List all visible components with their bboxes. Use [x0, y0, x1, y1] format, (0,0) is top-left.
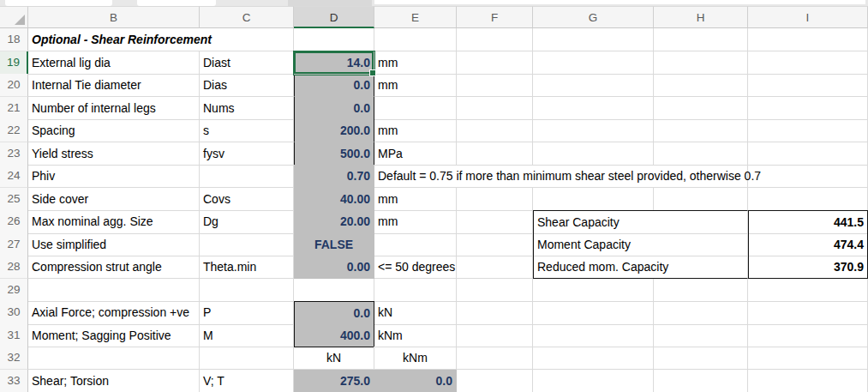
cell-B25[interactable]: Side cover — [28, 188, 200, 211]
cell-H33[interactable] — [654, 370, 748, 392]
cell-E20[interactable]: mm — [374, 74, 457, 97]
cell-B28[interactable]: Compression strut angle — [28, 256, 200, 279]
cell-D21[interactable]: 0.0 — [294, 97, 374, 120]
cell-C25[interactable]: Covs — [200, 188, 294, 211]
row-header-26[interactable]: 26 — [0, 210, 28, 234]
cell-F28[interactable] — [457, 256, 533, 279]
cell-E31[interactable]: kNm — [374, 324, 457, 347]
cell-G26[interactable]: Shear Capacity — [533, 210, 748, 234]
cell-I18[interactable] — [748, 28, 868, 51]
cell-H22[interactable] — [654, 119, 748, 142]
cell-H20[interactable] — [654, 74, 748, 97]
cell-B23[interactable]: Yield stress — [28, 142, 200, 166]
cell-E29[interactable] — [374, 279, 457, 302]
cell-C28[interactable]: Theta.min — [200, 256, 294, 279]
cell-I25[interactable] — [748, 188, 868, 211]
cell-D18[interactable] — [294, 28, 374, 51]
col-header-B[interactable]: B — [28, 6, 200, 28]
cell-F31[interactable] — [457, 324, 533, 347]
cell-H25[interactable] — [654, 188, 748, 211]
row-header-32[interactable]: 32 — [0, 347, 28, 370]
cell-G19[interactable] — [533, 51, 654, 75]
cell-F23[interactable] — [457, 142, 533, 166]
cell-H23[interactable] — [654, 142, 748, 166]
cell-F32[interactable] — [457, 347, 533, 370]
row-header-19[interactable]: 19 — [0, 51, 28, 75]
cell-B20[interactable]: Internal Tie diameter — [28, 74, 200, 97]
cell-H21[interactable] — [654, 97, 748, 120]
col-header-E[interactable]: E — [374, 6, 457, 28]
cell-B19[interactable]: External lig dia — [28, 51, 200, 75]
row-header-24[interactable]: 24 — [0, 165, 28, 188]
cell-I30[interactable] — [748, 301, 868, 325]
cell-E33[interactable]: 0.0 — [374, 370, 457, 392]
cell-D24[interactable]: 0.70 — [294, 165, 374, 188]
cell-C24[interactable] — [200, 165, 294, 188]
cell-D22[interactable]: 200.0 — [294, 119, 374, 142]
cell-E32[interactable]: kNm — [374, 347, 457, 370]
row-header-23[interactable]: 23 — [0, 142, 28, 166]
cell-I31[interactable] — [748, 324, 868, 347]
row-header-30[interactable]: 30 — [0, 301, 28, 325]
cell-F33[interactable] — [457, 370, 533, 392]
cell-G32[interactable] — [533, 347, 654, 370]
cell-F25[interactable] — [457, 188, 533, 211]
cell-B32[interactable] — [28, 347, 200, 370]
cell-I23[interactable] — [748, 142, 868, 166]
col-header-C[interactable]: C — [200, 6, 294, 28]
cell-F26[interactable] — [457, 210, 533, 234]
col-header-F[interactable]: F — [457, 6, 533, 28]
cell-G21[interactable] — [533, 97, 654, 120]
cell-I21[interactable] — [748, 97, 868, 120]
cell-G28[interactable]: Reduced mom. Capacity — [533, 256, 748, 279]
cell-C22[interactable]: s — [200, 119, 294, 142]
cell-F20[interactable] — [457, 74, 533, 97]
row-header-21[interactable]: 21 — [0, 97, 28, 120]
cell-B29[interactable] — [28, 279, 200, 302]
cell-G31[interactable] — [533, 324, 654, 347]
cell-B27[interactable]: Use simplified — [28, 233, 200, 256]
cell-B33[interactable]: Shear; Torsion — [28, 370, 200, 392]
cell-B18[interactable]: Optional - Shear Reinforcement — [28, 28, 294, 51]
cell-B21[interactable]: Number of internal legs — [28, 97, 200, 120]
cell-H32[interactable] — [654, 347, 748, 370]
cell-I27[interactable]: 474.4 — [748, 233, 868, 256]
cell-F22[interactable] — [457, 119, 533, 142]
cell-D20[interactable]: 0.0 — [294, 74, 374, 97]
cell-G27[interactable]: Moment Capacity — [533, 233, 748, 256]
cell-I20[interactable] — [748, 74, 868, 97]
cell-D27[interactable]: FALSE — [294, 233, 374, 256]
cell-G29[interactable] — [533, 279, 654, 302]
cell-E19[interactable]: mm — [374, 51, 457, 75]
col-header-D[interactable]: D — [294, 6, 374, 28]
cell-I22[interactable] — [748, 119, 868, 142]
active-cell-D19[interactable]: 14.0 — [294, 51, 374, 75]
row-header-22[interactable]: 22 — [0, 119, 28, 142]
cell-D23[interactable]: 500.0 — [294, 142, 374, 166]
cell-F19[interactable] — [457, 51, 533, 75]
col-header-I[interactable]: I — [748, 6, 868, 28]
cell-D25[interactable]: 40.00 — [294, 188, 374, 211]
cell-I29[interactable] — [748, 279, 868, 302]
cell-D31[interactable]: 400.0 — [294, 324, 374, 347]
cell-B26[interactable]: Max nominal agg. Size — [28, 210, 200, 234]
row-header-20[interactable]: 20 — [0, 74, 28, 97]
cell-C33[interactable]: V; T — [200, 370, 294, 392]
cell-C29[interactable] — [200, 279, 294, 302]
cell-F18[interactable] — [457, 28, 533, 51]
cell-E28[interactable]: <= 50 degrees — [374, 256, 457, 279]
cell-F21[interactable] — [457, 97, 533, 120]
row-header-33[interactable]: 33 — [0, 370, 28, 392]
cell-C30[interactable]: P — [200, 301, 294, 325]
cell-H30[interactable] — [654, 301, 748, 325]
cell-D33[interactable]: 275.0 — [294, 370, 374, 392]
cell-I32[interactable] — [748, 347, 868, 370]
col-header-G[interactable]: G — [533, 6, 654, 28]
cell-G20[interactable] — [533, 74, 654, 97]
col-header-H[interactable]: H — [654, 6, 748, 28]
cell-I28[interactable]: 370.9 — [748, 256, 868, 279]
cell-C21[interactable]: Nums — [200, 97, 294, 120]
cell-C27[interactable] — [200, 233, 294, 256]
cell-B22[interactable]: Spacing — [28, 119, 200, 142]
cell-F27[interactable] — [457, 233, 533, 256]
